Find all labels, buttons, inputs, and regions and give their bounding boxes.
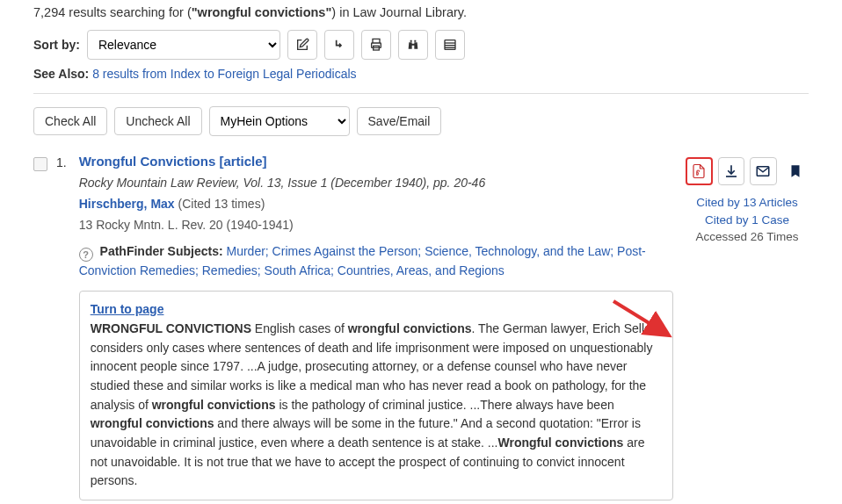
cited-by-articles[interactable]: Cited by 13 Articles	[686, 194, 809, 212]
edit-icon[interactable]	[287, 30, 317, 60]
pdf-icon[interactable]	[686, 157, 713, 185]
short-citation: 13 Rocky Mntn. L. Rev. 20 (1940-1941)	[79, 218, 673, 232]
divider	[33, 93, 809, 94]
bookmark-icon[interactable]	[782, 157, 809, 185]
list-view-icon[interactable]	[435, 30, 465, 60]
result-item: 1. Wrongful Convictions [article] Rocky …	[33, 154, 809, 504]
author-link[interactable]: Hirschberg, Max	[79, 197, 175, 211]
arrow-down-right-icon[interactable]	[324, 30, 354, 60]
cited-count: (Cited 13 times)	[175, 197, 265, 211]
snippet-text: WRONGFUL CONVICTIONS English cases of wr…	[91, 321, 662, 488]
cited-by-cases[interactable]: Cited by 1 Case	[686, 212, 809, 229]
download-icon[interactable]	[718, 157, 745, 185]
help-icon[interactable]: ?	[79, 248, 93, 262]
result-checkbox[interactable]	[33, 157, 47, 171]
result-title-link[interactable]: Wrongful Convictions [article]	[79, 154, 267, 169]
email-icon[interactable]	[750, 157, 777, 185]
sort-by-label: Sort by:	[33, 38, 80, 52]
sort-select[interactable]: Relevance	[87, 30, 280, 60]
pathfinder-subjects[interactable]: ? PathFinder Subjects: Murder; Crimes Ag…	[79, 242, 673, 280]
result-citation: Rocky Mountain Law Review, Vol. 13, Issu…	[79, 176, 673, 190]
check-all-button[interactable]: Check All	[33, 107, 107, 135]
accessed-count: Accessed 26 Times	[686, 228, 809, 246]
uncheck-all-button[interactable]: Uncheck All	[114, 107, 201, 135]
save-email-button[interactable]: Save/Email	[357, 107, 442, 135]
turn-to-page-link[interactable]: Turn to page	[91, 302, 164, 316]
see-also-link[interactable]: 8 results from Index to Foreign Legal Pe…	[92, 67, 356, 81]
snippet-box: Turn to page WRONGFUL CONVICTIONS Englis…	[79, 291, 673, 500]
binoculars-icon[interactable]	[398, 30, 428, 60]
results-count: 7,294 results searching for ("wrongful c…	[33, 5, 467, 19]
myhein-select[interactable]: MyHein Options	[209, 106, 350, 136]
print-icon[interactable]	[361, 30, 391, 60]
result-number: 1.	[56, 155, 67, 504]
see-also: See Also: 8 results from Index to Foreig…	[33, 67, 809, 81]
